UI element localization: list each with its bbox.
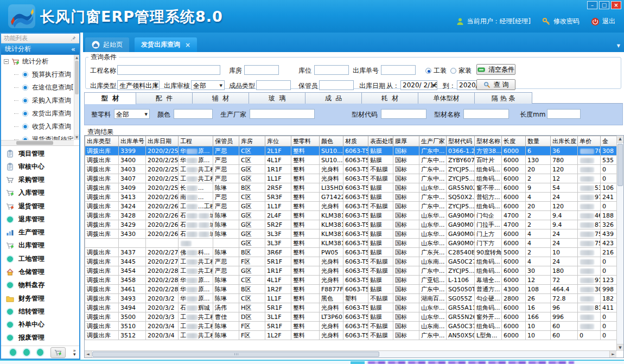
tree-item-收货入库查询[interactable]: 收货入库查询 xyxy=(1,120,74,133)
column-header-出库单号[interactable]: 出库单号 xyxy=(119,136,146,146)
table-row[interactable]: 调拨出库34032020/2/25工共工程严思G区1R1F整料光身料6063-T… xyxy=(85,165,617,174)
tree-item-在途信息查询[待[interactable]: 在途信息查询[待 xyxy=(1,81,74,94)
material-tab-型材[interactable]: 型 材 xyxy=(84,92,136,104)
table-row[interactable]: 调拨出库35122020/3/4工共工程陈琳F区1L2F整料光身料6063-T5… xyxy=(85,331,617,340)
column-header-保管员[interactable]: 保管员 xyxy=(213,136,239,146)
module-dot-button[interactable] xyxy=(23,349,30,356)
logout-button[interactable]: 退出 xyxy=(591,17,615,26)
column-header-库房[interactable]: 库房 xyxy=(239,136,265,146)
sidebar-item-补单中心[interactable]: 补单中心 xyxy=(6,318,79,331)
length-input[interactable] xyxy=(547,109,581,119)
table-row[interactable]: 调拨出库34582020/2/28华原...陈琳C区4L1F整料光身料6063-… xyxy=(85,276,617,285)
sidebar-item-物料盘存[interactable]: 物料盘存 xyxy=(6,279,79,292)
table-row[interactable]: 调拨出库34132020/2/26南...严思C区5R3F整料G71422606… xyxy=(85,193,617,202)
out-type-select[interactable]: 生产领料出库 xyxy=(117,80,160,90)
column-header-出库类型[interactable]: 出库类型 xyxy=(85,136,119,146)
table-row[interactable]: 调拨出库35002020/3/3工共工程曹佳D区3L1F整料LT3P606063… xyxy=(85,312,617,322)
sidebar-item-出库管理[interactable]: 出库管理 xyxy=(6,239,79,252)
column-header-长度[interactable]: 长度 xyxy=(502,136,526,146)
table-row[interactable]: 调拨出库35102020/3/4工共工程陈琳F区5R1F整料光身料6063-T5… xyxy=(85,322,617,331)
sidebar-item-生产管理[interactable]: 生产管理 xyxy=(6,226,79,239)
column-header-金[interactable]: 金 xyxy=(601,136,617,146)
table-row[interactable]: 调拨出库34282020/2/26石城陈琳G区2L4F整料KLM38176063… xyxy=(85,211,617,220)
sidebar-item-报废管理[interactable]: 报废管理 xyxy=(6,331,79,344)
product-type-input[interactable] xyxy=(256,80,291,90)
audit-select[interactable]: 全部 xyxy=(191,80,225,90)
column-header-数量[interactable]: 数量 xyxy=(526,136,551,146)
table-horizontal-scrollbar[interactable]: ◄ ► xyxy=(85,350,616,357)
scroll-down-icon[interactable]: ▼ xyxy=(74,135,79,140)
tree-root-statistics[interactable]: 统计分析 xyxy=(1,55,74,68)
tree-item-发货出库查询[interactable]: 发货出库查询 xyxy=(1,107,74,120)
sidebar-item-入库管理[interactable]: 入库管理 xyxy=(6,187,79,200)
scroll-up-icon[interactable]: ▲ xyxy=(617,136,623,143)
tab-close-icon[interactable]: × xyxy=(185,41,190,49)
sidebar-item-财务管理[interactable]: 财务管理 xyxy=(6,292,79,305)
material-tab-隔热条[interactable]: 隔 热 条 xyxy=(475,92,532,104)
search-button[interactable]: 查 询 xyxy=(476,79,515,90)
column-header-单价[interactable]: 单价 xyxy=(578,136,601,146)
table-row[interactable]: 调拨出库33992020/2/25华原...严思C区2L1F整料SU10...6… xyxy=(85,146,617,156)
tab-overflow-icon[interactable]: ▼ xyxy=(617,43,620,48)
sidebar-item-仓储管理[interactable]: 仓储管理 xyxy=(6,266,79,279)
sidebar-item-审核中心[interactable]: 审核中心 xyxy=(6,160,79,173)
sidebar-item-项目管理[interactable]: 项目管理 xyxy=(6,147,79,160)
tree-item-采购入库查询[interactable]: 采购入库查询 xyxy=(1,94,74,107)
radio-jiazhuang[interactable]: 家装 xyxy=(450,66,472,75)
sidebar-item-退库管理[interactable]: 退库管理 xyxy=(6,213,79,226)
material-tab-配件[interactable]: 配 件 xyxy=(136,92,193,104)
column-header-膜厚[interactable]: 膜厚 xyxy=(393,136,419,146)
sidebar-section-header[interactable]: 统计分析 « xyxy=(1,43,79,55)
table-row[interactable]: 调拨出库34292020/2/26石城陈琳G区5R2F整料KLM38176063… xyxy=(85,220,617,229)
tree-vertical-scrollbar[interactable]: ▲ ▼ xyxy=(74,55,79,140)
table-row[interactable]: 调拨出库34612020/2/28华原...陈琳B区1R2F整料F8877FT6… xyxy=(85,285,617,294)
table-row[interactable]: 调拨出库34002020/2/25华原...严思C区4L1F整料SU10...6… xyxy=(85,156,617,165)
column-header-整零料[interactable]: 整零料 xyxy=(291,136,320,146)
tab-home[interactable]: 起始页 xyxy=(85,37,129,52)
change-password-button[interactable]: 修改密码 xyxy=(542,17,580,26)
color-input[interactable] xyxy=(174,109,213,119)
keeper-input[interactable] xyxy=(319,80,354,90)
order-no-input[interactable] xyxy=(381,65,416,75)
profile-name-input[interactable] xyxy=(463,109,509,119)
column-header-出库长度[interactable]: 出库长度 xyxy=(551,136,578,146)
tree-collapse-icon[interactable] xyxy=(4,59,9,64)
table-row[interactable]: 调拨出库34302020/2/26石城陈琳G区3L3F整料KLM38176063… xyxy=(85,229,617,239)
cart-module-button[interactable] xyxy=(50,347,66,358)
sidebar-item-工地管理[interactable]: 工地管理 xyxy=(6,252,79,265)
warehouse-input[interactable] xyxy=(244,65,279,75)
factory-input[interactable] xyxy=(250,109,315,119)
module-dot-button[interactable] xyxy=(10,349,16,356)
scroll-right-icon[interactable]: ► xyxy=(609,351,616,357)
table-row[interactable]: 调拨出库34942020/3/2石辉城汤伟H区5R1F整料光身料6063-T5贴… xyxy=(85,303,617,312)
profile-code-input[interactable] xyxy=(381,109,426,119)
tree-item-退货查询[待定][interactable]: 退货查询[待定] xyxy=(1,133,74,140)
clear-conditions-button[interactable]: 清空条件 xyxy=(476,64,515,75)
table-row[interactable]: 调拨出库34542020/2/28工共工程严思G区1R1F整料光身料6063-T… xyxy=(85,266,617,276)
pin-icon[interactable] xyxy=(71,35,77,41)
sidebar-item-退货管理[interactable]: 退货管理 xyxy=(6,200,79,213)
radio-gongzhuang[interactable]: 工装 xyxy=(425,66,447,75)
material-tab-辅材[interactable]: 辅 材 xyxy=(193,92,249,104)
table-row[interactable]: 调拨出库34242020/2/26工...工程严思G区1L1F整料光身料6063… xyxy=(85,202,617,211)
column-header-表面处理[interactable]: 表面处理 xyxy=(368,136,393,146)
project-name-input[interactable] xyxy=(117,65,220,75)
module-dot-button[interactable] xyxy=(37,349,43,356)
scroll-thumb[interactable] xyxy=(92,352,379,357)
close-button[interactable]: × xyxy=(611,1,621,9)
column-header-出库日期[interactable]: 出库日期 xyxy=(146,136,179,146)
column-header-生产厂家[interactable]: 生产厂家 xyxy=(419,136,447,146)
location-input[interactable] xyxy=(314,65,349,75)
table-row[interactable]: G区3L3F整料KLM38176063-T5贴膜国标山东华...GA90M09.… xyxy=(85,239,617,248)
material-tab-单体型材[interactable]: 单体型材 xyxy=(418,92,475,104)
maximize-button[interactable]: □ xyxy=(599,1,609,9)
column-header-颜色[interactable]: 颜色 xyxy=(320,136,343,146)
material-tab-成品[interactable]: 成 品 xyxy=(305,92,362,104)
sidebar-item-采购管理[interactable]: 采购管理 xyxy=(6,174,79,187)
tree-horizontal-scrollbar[interactable] xyxy=(1,140,74,145)
part-select[interactable]: 全部 xyxy=(114,109,150,119)
table-row[interactable]: 调拨出库34452020/2/27工共工程严思F区5R1F整料光身料6063-T… xyxy=(85,257,617,266)
table-row[interactable]: 调拨出库34072020/2/25工共工程严思G区1L1F整料光身料6063-T… xyxy=(85,174,617,183)
more-modules-button[interactable]: »▾ xyxy=(73,349,76,356)
column-header-库位[interactable]: 库位 xyxy=(265,136,291,146)
